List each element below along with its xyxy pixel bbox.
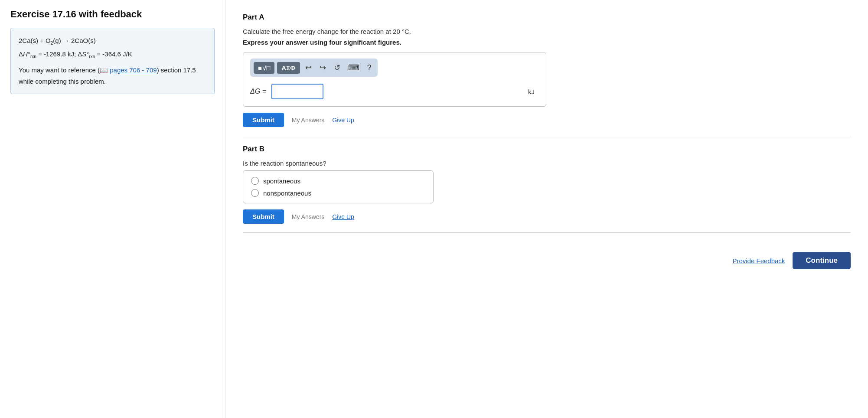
footer-row: Provide Feedback Continue (243, 242, 851, 274)
part-b-give-up-button[interactable]: Give Up (332, 213, 354, 220)
spontaneous-radio[interactable] (251, 177, 259, 185)
help-button[interactable]: ? (365, 62, 374, 74)
spontaneous-option[interactable]: spontaneous (251, 177, 425, 185)
provide-feedback-button[interactable]: Provide Feedback (732, 257, 785, 265)
part-b-my-answers-button[interactable]: My Answers (292, 213, 324, 220)
part-a-instruction: Express your answer using four significa… (243, 39, 851, 46)
info-box: 2Ca(s) + O2(g) → 2CaO(s) ΔH°rxn = -1269.… (10, 28, 215, 94)
undo-button[interactable]: ↩ (303, 61, 314, 74)
radio-options-container: spontaneous nonspontaneous (243, 170, 434, 203)
part-a-my-answers-button[interactable]: My Answers (292, 117, 324, 124)
symbol-button[interactable]: AΣΦ (277, 62, 300, 74)
symbol-label: AΣΦ (281, 64, 295, 72)
part-a-submit-button[interactable]: Submit (243, 113, 284, 127)
keyboard-button[interactable]: ⌨ (346, 61, 362, 74)
delta-g-input[interactable] (271, 84, 323, 99)
continue-button[interactable]: Continue (793, 252, 851, 269)
delta-g-label: ΔG = (250, 88, 266, 95)
right-panel: Part A Calculate the free energy change … (225, 0, 868, 418)
reference-link[interactable]: pages 706 - 709 (110, 66, 157, 74)
part-a-section: Part A Calculate the free energy change … (243, 9, 851, 136)
part-b-section: Part B Is the reaction spontaneous? spon… (243, 140, 851, 233)
thermo-values: ΔH°rxn = -1269.8 kJ; ΔS°rxn = -364.6 J/K (19, 49, 206, 60)
sqrt-icon: √□ (263, 64, 270, 72)
nonspontaneous-option[interactable]: nonspontaneous (251, 189, 425, 197)
part-b-submit-button[interactable]: Submit (243, 209, 284, 224)
math-input-container: ■ √□ AΣΦ ↩ ↪ ↺ ⌨ ? ΔG = kJ (243, 52, 546, 107)
part-a-action-row: Submit My Answers Give Up (243, 113, 851, 127)
left-panel: Exercise 17.16 with feedback 2Ca(s) + O2… (0, 0, 225, 418)
book-icon: 📖 (100, 66, 108, 74)
nonspontaneous-label: nonspontaneous (263, 189, 311, 197)
part-b-label: Part B (243, 145, 851, 153)
part-a-give-up-button[interactable]: Give Up (332, 117, 354, 124)
part-b-action-row: Submit My Answers Give Up (243, 209, 851, 224)
math-row: ΔG = kJ (250, 84, 539, 99)
redo-button[interactable]: ↪ (317, 61, 329, 74)
math-template-icon: ■ (258, 64, 262, 72)
part-b-description: Is the reaction spontaneous? (243, 160, 851, 167)
part-a-label: Part A (243, 13, 851, 22)
reaction-equation: 2Ca(s) + O2(g) → 2CaO(s) (19, 35, 206, 47)
reference-text: You may want to reference (📖 pages 706 -… (19, 65, 206, 87)
math-template-button[interactable]: ■ √□ (254, 62, 274, 74)
spontaneous-label: spontaneous (263, 177, 300, 185)
math-toolbar: ■ √□ AΣΦ ↩ ↪ ↺ ⌨ ? (250, 59, 378, 77)
part-a-description: Calculate the free energy change for the… (243, 28, 851, 35)
page-title: Exercise 17.16 with feedback (10, 9, 215, 20)
nonspontaneous-radio[interactable] (251, 189, 259, 197)
reset-button[interactable]: ↺ (331, 61, 343, 74)
unit-label: kJ (528, 88, 539, 95)
